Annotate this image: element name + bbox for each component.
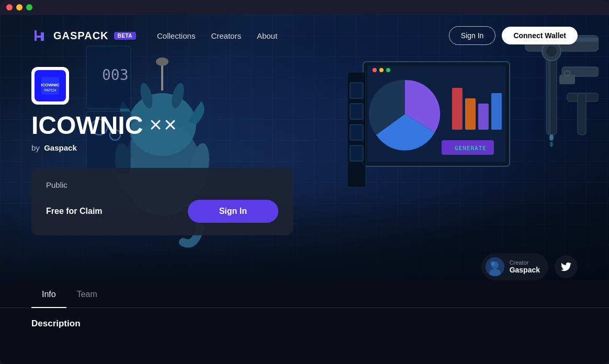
navbar: GASPACK BETA Collections Creators About … [0, 15, 609, 56]
minimize-dot[interactable] [16, 4, 22, 10]
hero-content: ICOWNIC PATCH ICOWNIC by Gaspack Public … [0, 56, 609, 235]
claim-row: Free for Claim Sign In [46, 200, 278, 223]
svg-point-55 [491, 261, 495, 266]
claim-label: Free for Claim [46, 207, 103, 216]
creator-card: Creator Gaspack [481, 253, 578, 280]
claim-signin-button[interactable]: Sign In [188, 200, 278, 223]
claim-status: Public [46, 180, 278, 189]
bottom-section: Info Team Description [0, 280, 609, 364]
nav-collections[interactable]: Collections [157, 31, 195, 40]
creator-avatar [486, 257, 504, 276]
titlebar [0, 0, 609, 15]
tabs-row: Info Team [0, 280, 609, 308]
connect-wallet-button[interactable]: Connect Wallet [502, 27, 578, 44]
close-dot[interactable] [6, 4, 13, 10]
tab-team[interactable]: Team [66, 280, 108, 308]
creator-text: Creator Gaspack [510, 259, 540, 274]
logo-text: GASPACK [53, 30, 109, 42]
nav-links: Collections Creators About [157, 31, 277, 40]
tab-info[interactable]: Info [31, 280, 66, 308]
nav-creators[interactable]: Creators [211, 31, 241, 40]
description-area: Description [0, 308, 609, 339]
logo-icon [31, 27, 48, 44]
main-content: 003 [0, 15, 609, 364]
svg-text:PATCH: PATCH [44, 88, 57, 92]
nav-right: Sign In Connect Wallet [449, 26, 578, 45]
creator-twitter-button[interactable] [555, 255, 578, 278]
collection-by-name: Gaspack [44, 143, 77, 152]
creator-label: Creator [510, 259, 540, 266]
nav-about[interactable]: About [257, 31, 277, 40]
collection-by: by Gaspack [31, 143, 578, 152]
claim-box: Public Free for Claim Sign In [31, 168, 293, 235]
collection-logo-inner: ICOWNIC PATCH [35, 70, 66, 101]
svg-text:ICOWNIC: ICOWNIC [41, 83, 60, 87]
logo-area: GASPACK BETA [31, 27, 136, 44]
collection-logo: ICOWNIC PATCH [31, 67, 69, 105]
description-title: Description [31, 318, 578, 329]
collection-by-prefix: by [31, 143, 40, 152]
maximize-dot[interactable] [26, 4, 32, 10]
header-signin-button[interactable]: Sign In [449, 26, 496, 45]
collection-title: ICOWNIC [31, 113, 578, 138]
window-frame: 003 [0, 0, 609, 364]
beta-badge: BETA [114, 32, 136, 40]
creator-info: Creator Gaspack [481, 253, 548, 280]
creator-name: Gaspack [510, 266, 540, 274]
